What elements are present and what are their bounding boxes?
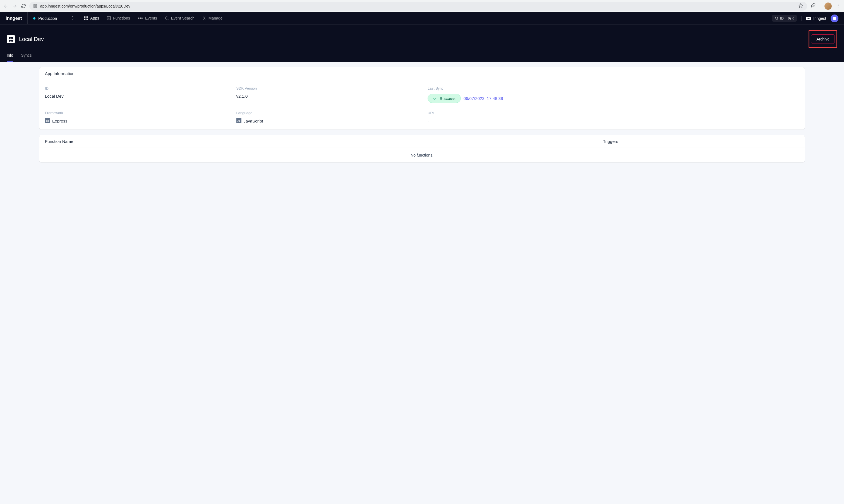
browser-nav-arrows — [3, 4, 26, 8]
forward-button[interactable] — [12, 4, 17, 8]
svg-rect-1 — [36, 4, 37, 5]
browser-chrome: app.inngest.com/env/production/apps/Loca… — [0, 0, 844, 12]
svg-rect-3 — [36, 6, 37, 7]
nav-event-search[interactable]: Event Search — [161, 12, 198, 24]
manage-icon — [202, 16, 206, 20]
info-last-sync-label: Last Sync — [428, 86, 799, 90]
svg-point-16 — [141, 17, 143, 19]
svg-point-14 — [138, 17, 140, 19]
info-url-label: URL — [428, 111, 799, 115]
svg-line-18 — [167, 19, 168, 20]
info-framework-value: Express — [52, 119, 67, 123]
search-icon — [775, 16, 778, 20]
browser-menu-icon[interactable] — [836, 3, 841, 9]
express-icon: ex — [45, 118, 50, 123]
nav-event-search-label: Event Search — [171, 16, 195, 20]
user-avatar[interactable] — [831, 15, 839, 22]
info-id-value: Local Dev — [45, 94, 231, 98]
back-button[interactable] — [3, 4, 8, 8]
environment-label: Production — [38, 16, 57, 21]
app-info-card-header: App Information — [39, 67, 805, 80]
search-shortcut[interactable]: ID | ⌘K — [772, 15, 797, 22]
nav-manage[interactable]: Manage — [198, 12, 227, 24]
app-topbar: inngest Production Apps Functions Events… — [0, 12, 844, 24]
profile-avatar[interactable] — [824, 2, 832, 10]
col-function-name: Function Name — [45, 139, 422, 144]
page-subheader: Local Dev Archive Info Syncs — [0, 24, 844, 62]
svg-rect-9 — [84, 16, 85, 17]
environment-selector[interactable]: Production — [28, 12, 80, 24]
svg-rect-0 — [34, 4, 35, 5]
site-settings-icon — [33, 4, 37, 8]
functions-empty-state: No functions. — [39, 148, 805, 162]
status-dot-icon — [33, 17, 35, 20]
info-last-sync: Last Sync Success 06/07/2023, 17:48:39 — [428, 86, 799, 103]
info-url-value: - — [428, 118, 799, 123]
apps-icon — [84, 16, 88, 20]
page-title: Local Dev — [19, 36, 44, 42]
org-selector[interactable]: ▬ Inngest — [801, 16, 826, 21]
nav-events-label: Events — [145, 16, 157, 20]
functions-card: Function Name Triggers No functions. — [39, 135, 805, 163]
star-icon[interactable] — [798, 3, 803, 9]
search-icon — [165, 16, 169, 20]
svg-point-6 — [838, 4, 839, 4]
info-sdk: SDK Version v2.1.0 — [236, 86, 422, 103]
svg-rect-12 — [87, 18, 88, 20]
nav-apps-label: Apps — [90, 16, 99, 20]
check-icon — [433, 96, 437, 101]
info-language: Language JS JavaScript — [236, 111, 422, 123]
svg-rect-10 — [87, 16, 88, 17]
svg-rect-2 — [34, 6, 35, 7]
info-id: ID Local Dev — [45, 86, 231, 103]
reload-button[interactable] — [21, 4, 26, 8]
svg-point-17 — [165, 16, 168, 19]
search-shortcut-key: ⌘K — [788, 16, 794, 20]
url-text: app.inngest.com/env/production/apps/Loca… — [40, 4, 130, 8]
info-sdk-value: v2.1.0 — [236, 94, 422, 98]
info-id-label: ID — [45, 86, 231, 90]
nav-functions[interactable]: Functions — [103, 12, 134, 24]
info-url: URL - — [428, 111, 799, 123]
svg-point-15 — [140, 17, 141, 19]
nav-events[interactable]: Events — [134, 12, 161, 24]
functions-icon — [107, 16, 111, 20]
app-info-card: App Information ID Local Dev SDK Version… — [39, 67, 805, 130]
svg-point-8 — [838, 7, 839, 7]
top-nav: Apps Functions Events Event Search Manag… — [80, 12, 226, 24]
svg-rect-11 — [84, 18, 85, 20]
info-framework-label: Framework — [45, 111, 231, 115]
nav-functions-label: Functions — [113, 16, 130, 20]
extensions-icon[interactable] — [810, 3, 815, 9]
info-sdk-label: SDK Version — [236, 86, 422, 90]
app-icon — [7, 35, 15, 43]
browser-right-controls: | — [810, 2, 841, 10]
archive-button[interactable]: Archive — [811, 34, 835, 44]
sync-status-pill: Success — [428, 94, 461, 103]
sync-status-text: Success — [439, 96, 455, 101]
svg-point-19 — [775, 17, 778, 20]
info-framework: Framework ex Express — [45, 111, 231, 123]
col-triggers: Triggers — [422, 139, 799, 144]
nav-manage-label: Manage — [209, 16, 223, 20]
inngest-logo[interactable]: inngest — [5, 12, 28, 24]
svg-line-20 — [777, 19, 778, 20]
svg-point-7 — [838, 5, 839, 5]
tab-syncs[interactable]: Syncs — [21, 53, 32, 62]
topbar-right: ID | ⌘K ▬ Inngest — [772, 15, 839, 22]
org-name-label: Inngest — [813, 16, 826, 21]
sync-timestamp[interactable]: 06/07/2023, 17:48:39 — [464, 96, 503, 101]
nav-apps[interactable]: Apps — [80, 12, 103, 24]
info-language-label: Language — [236, 111, 422, 115]
svg-marker-4 — [798, 4, 803, 7]
url-bar[interactable]: app.inngest.com/env/production/apps/Loca… — [29, 2, 807, 11]
chevron-updown-icon — [71, 16, 74, 21]
js-icon: JS — [236, 118, 241, 123]
search-label: ID — [780, 16, 784, 20]
page-content: App Information ID Local Dev SDK Version… — [0, 62, 844, 173]
tab-info[interactable]: Info — [7, 53, 13, 62]
events-icon — [138, 17, 143, 20]
subtabs: Info Syncs — [7, 53, 837, 62]
info-language-value: JavaScript — [244, 119, 263, 123]
org-logo-icon: ▬ — [806, 17, 811, 20]
